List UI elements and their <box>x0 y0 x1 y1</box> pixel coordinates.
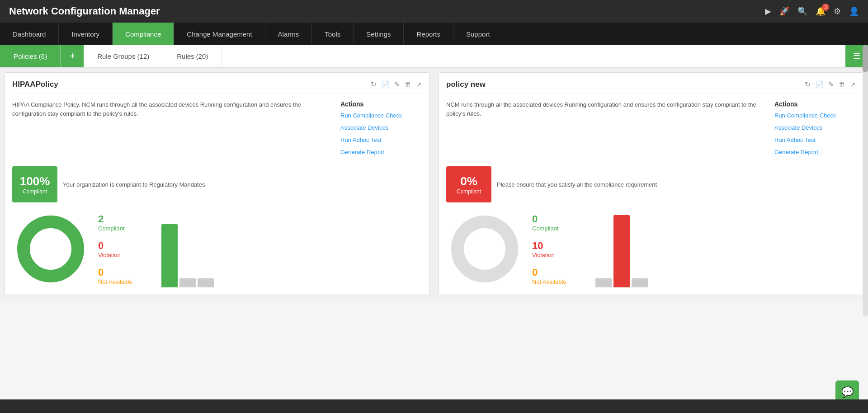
associate-devices-2[interactable]: Associate Devices <box>774 124 856 131</box>
video-icon[interactable]: ▶ <box>765 6 771 16</box>
stat-violation-1: 0 Violation <box>98 240 152 258</box>
delete-icon-1[interactable]: 🗑 <box>405 80 411 89</box>
stat-number-na-2: 0 <box>532 267 586 278</box>
stat-label-na-1: Not Available <box>98 278 152 285</box>
external-icon-1[interactable]: ↗ <box>416 80 422 89</box>
run-adhoc-test-2[interactable]: Run Adhoc Test <box>774 136 856 143</box>
delete-icon-2[interactable]: 🗑 <box>839 80 845 89</box>
refresh-icon-1[interactable]: ↻ <box>371 80 377 89</box>
policy-body-1: HIPAA Compliance Policy. NCM runs throug… <box>12 100 422 161</box>
scrollbar-thumb[interactable] <box>863 45 868 72</box>
compliance-badge-2: 0% Compliant Please ensure that you sati… <box>446 166 856 202</box>
nav-item-reports[interactable]: Reports <box>404 23 453 45</box>
main-content: HIPAAPolicy ↻ 📄 ✎ 🗑 ↗ HIPAA Compliance P… <box>0 68 868 300</box>
policy-chart-area-2: 0 Compliant 10 Violation 0 Not Available <box>446 211 856 287</box>
policy-actions-2: Actions Run Compliance Check Associate D… <box>774 100 856 161</box>
bottom-bar <box>0 399 868 413</box>
user-icon[interactable]: 👤 <box>849 6 859 16</box>
document-icon-1[interactable]: 📄 <box>381 80 390 89</box>
policy-header-1: HIPAAPolicy ↻ 📄 ✎ 🗑 ↗ <box>12 80 422 94</box>
stat-label-violation-1: Violation <box>98 252 152 258</box>
bar-na-2 <box>632 278 648 287</box>
stats-1: 2 Compliant 0 Violation 0 Not Available <box>98 211 152 287</box>
policy-actions-1: Actions Run Compliance Check Associate D… <box>340 100 422 161</box>
policy-body-2: NCM runs through all the associated devi… <box>446 100 856 161</box>
policy-chart-area-1: 2 Compliant 0 Violation 0 Not Available <box>12 211 422 287</box>
bell-icon[interactable]: 🔔 3 <box>816 6 826 16</box>
gear-icon[interactable]: ⚙ <box>834 6 841 16</box>
rocket-icon[interactable]: 🚀 <box>779 6 789 16</box>
stat-violation-2: 10 Violation <box>532 240 586 258</box>
tab-rule-groups[interactable]: Rule Groups (12) <box>84 45 163 67</box>
actions-title-1: Actions <box>340 100 422 108</box>
compliance-badge-1: 100% Compliant Your organization is comp… <box>12 166 422 202</box>
main-nav: Dashboard Inventory Compliance Change Ma… <box>0 23 868 45</box>
nav-item-tools[interactable]: Tools <box>312 23 354 45</box>
bar-violation-2 <box>613 215 630 287</box>
badge-text-1: Your organization is compliant to Regula… <box>63 181 422 188</box>
app-title: Network Configuration Manager <box>9 5 160 17</box>
notification-badge: 3 <box>822 4 829 11</box>
run-adhoc-test-1[interactable]: Run Adhoc Test <box>340 136 422 143</box>
policy-description-1: HIPAA Compliance Policy. NCM runs throug… <box>12 100 331 161</box>
bar-chart-1 <box>161 211 422 287</box>
associate-devices-1[interactable]: Associate Devices <box>340 124 422 131</box>
nav-item-dashboard[interactable]: Dashboard <box>0 23 59 45</box>
donut-svg-1 <box>12 211 89 287</box>
badge-box-1: 100% Compliant <box>12 166 57 202</box>
edit-icon-1[interactable]: ✎ <box>394 80 400 89</box>
actions-title-2: Actions <box>774 100 856 108</box>
document-icon-2[interactable]: 📄 <box>815 80 824 89</box>
donut-chart-2 <box>446 211 523 287</box>
badge-label-2: Compliant <box>457 188 481 195</box>
run-compliance-check-1[interactable]: Run Compliance Check <box>340 112 422 119</box>
refresh-icon-2[interactable]: ↻ <box>805 80 811 89</box>
topbar: Network Configuration Manager ▶ 🚀 🔍 🔔 3 … <box>0 0 868 23</box>
search-icon[interactable]: 🔍 <box>797 6 807 16</box>
donut-svg-2 <box>446 211 523 287</box>
nav-item-change-management[interactable]: Change Management <box>174 23 265 45</box>
nav-item-inventory[interactable]: Inventory <box>59 23 113 45</box>
tab-rules[interactable]: Rules (20) <box>163 45 222 67</box>
policy-title-1: HIPAAPolicy <box>12 80 58 89</box>
bar-violation-1 <box>179 278 196 287</box>
badge-text-2: Please ensure that you satisfy all the c… <box>497 181 856 188</box>
nav-item-support[interactable]: Support <box>453 23 503 45</box>
tab-policies[interactable]: Policies (6) <box>0 45 61 67</box>
stat-not-available-2: 0 Not Available <box>532 267 586 285</box>
badge-box-2: 0% Compliant <box>446 166 491 202</box>
generate-report-1[interactable]: Generate Report <box>340 149 422 155</box>
run-compliance-check-2[interactable]: Run Compliance Check <box>774 112 856 119</box>
nav-item-alarms[interactable]: Alarms <box>265 23 312 45</box>
external-icon-2[interactable]: ↗ <box>850 80 856 89</box>
stat-compliant-1: 2 Compliant <box>98 213 152 232</box>
bar-compliant-1 <box>161 224 178 287</box>
stat-number-violation-1: 0 <box>98 240 152 252</box>
bar-compliant-2 <box>595 278 612 287</box>
generate-report-2[interactable]: Generate Report <box>774 149 856 155</box>
nav-item-compliance[interactable]: Compliance <box>113 23 174 45</box>
stats-2: 0 Compliant 10 Violation 0 Not Available <box>532 211 586 287</box>
stat-label-violation-2: Violation <box>532 252 586 258</box>
topbar-icons: ▶ 🚀 🔍 🔔 3 ⚙ 👤 <box>765 6 859 16</box>
stat-number-compliant-1: 2 <box>98 213 152 225</box>
svg-point-1 <box>33 231 69 267</box>
nav-item-settings[interactable]: Settings <box>354 23 404 45</box>
stat-compliant-2: 0 Compliant <box>532 213 586 232</box>
stat-label-compliant-2: Compliant <box>532 225 586 232</box>
subnav: Policies (6) + Rule Groups (12) Rules (2… <box>0 45 868 68</box>
stat-label-na-2: Not Available <box>532 278 586 285</box>
donut-chart-1 <box>12 211 89 287</box>
edit-icon-2[interactable]: ✎ <box>828 80 834 89</box>
stat-not-available-1: 0 Not Available <box>98 267 152 285</box>
stat-number-na-1: 0 <box>98 267 152 278</box>
add-policy-button[interactable]: + <box>61 45 84 67</box>
stat-number-violation-2: 10 <box>532 240 586 252</box>
policy-action-icons-1: ↻ 📄 ✎ 🗑 ↗ <box>371 80 422 89</box>
policy-card-1: HIPAAPolicy ↻ 📄 ✎ 🗑 ↗ HIPAA Compliance P… <box>5 72 429 295</box>
scrollbar[interactable] <box>863 45 868 316</box>
policy-description-2: NCM runs through all the associated devi… <box>446 100 765 161</box>
bar-na-1 <box>198 278 214 287</box>
badge-percent-1: 100% <box>20 174 50 188</box>
badge-percent-2: 0% <box>460 174 477 188</box>
